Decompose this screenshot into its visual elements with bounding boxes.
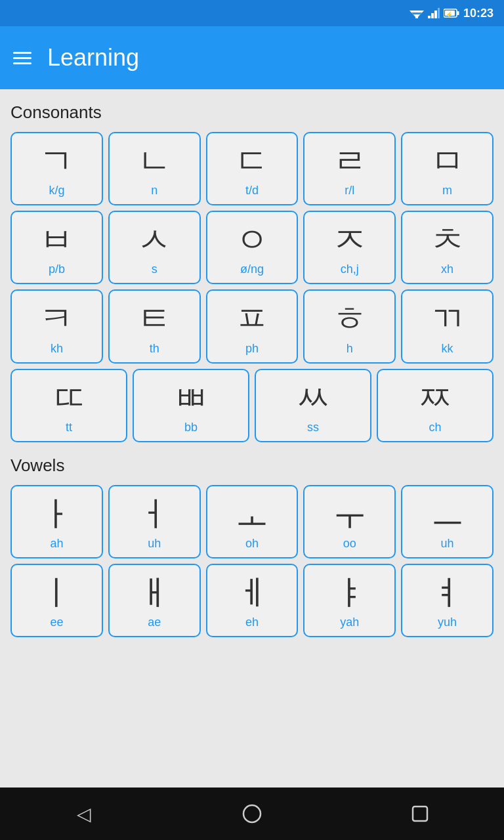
char-roman-tt: tt [66, 421, 72, 434]
char-symbol-ss: ㅆ [296, 379, 330, 417]
char-card-ph[interactable]: ㅍ ph [206, 289, 299, 363]
char-card-tt[interactable]: ㄸ tt [10, 369, 127, 442]
char-card-th[interactable]: ㅌ th [108, 289, 201, 363]
char-card-n[interactable]: ㄴ n [108, 132, 201, 205]
home-icon [242, 803, 262, 824]
char-card-ss[interactable]: ㅆ ss [255, 369, 371, 442]
char-symbol-yah: ㅑ [333, 574, 367, 612]
char-roman-bb: bb [184, 421, 198, 434]
nav-back-button[interactable]: ◁ [58, 794, 110, 833]
char-symbol-h: ㅎ [333, 300, 367, 337]
char-card-ch[interactable]: ㅉ ch [377, 369, 494, 442]
char-roman-chj: ch,j [341, 262, 359, 276]
char-card-ae[interactable]: ㅐ ae [108, 564, 201, 637]
char-roman-td: t/d [245, 184, 259, 198]
char-card-kk[interactable]: ㄲ kk [401, 289, 494, 363]
consonants-row4: ㄸ tt ㅃ bb ㅆ ss ㅉ ch [10, 369, 494, 442]
char-symbol-kh: ㅋ [39, 300, 74, 337]
char-symbol-ae: ㅐ [137, 574, 171, 612]
char-card-ah[interactable]: ㅏ ah [10, 485, 103, 558]
wifi-icon [410, 8, 424, 18]
status-time: 10:23 [463, 7, 494, 20]
char-roman-kh: kh [51, 342, 63, 356]
hamburger-icon[interactable] [13, 52, 32, 64]
char-card-uh2[interactable]: ㅡ uh [401, 485, 494, 558]
char-card-ee[interactable]: ㅣ ee [10, 564, 103, 637]
char-card-xh[interactable]: ㅊ xh [401, 211, 494, 284]
char-roman-yuh: yuh [438, 616, 457, 629]
char-symbol-eh: ㅔ [235, 574, 269, 612]
consonants-row1: ㄱ k/g ㄴ n ㄷ t/d ㄹ r/l ㅁ m [10, 132, 494, 205]
consonants-title: Consonants [10, 102, 494, 123]
char-card-s[interactable]: ㅅ s [108, 211, 201, 284]
char-symbol-th: ㅌ [137, 300, 171, 337]
char-roman-yah: yah [340, 616, 359, 629]
char-card-rl[interactable]: ㄹ r/l [303, 132, 396, 205]
svg-rect-5 [431, 13, 434, 18]
svg-rect-4 [428, 16, 430, 18]
app-bar: Learning [0, 26, 504, 89]
char-roman-ss: ss [307, 421, 319, 434]
char-roman-kg: k/g [49, 184, 64, 198]
char-roman-rl: r/l [345, 184, 354, 198]
char-card-m[interactable]: ㅁ m [401, 132, 494, 205]
char-card-oh[interactable]: ㅗ oh [206, 485, 299, 558]
char-symbol-s: ㅅ [137, 221, 171, 259]
char-symbol-td: ㄷ [235, 142, 269, 180]
char-symbol-chj: ㅈ [333, 221, 367, 259]
svg-point-12 [243, 805, 261, 822]
signal-icon [428, 8, 440, 18]
char-symbol-n: ㄴ [137, 142, 171, 180]
char-symbol-bb: ㅃ [174, 379, 208, 417]
char-card-yah[interactable]: ㅑ yah [303, 564, 396, 637]
consonants-row3: ㅋ kh ㅌ th ㅍ ph ㅎ h ㄲ kk [10, 289, 494, 363]
back-icon: ◁ [77, 803, 91, 825]
char-roman-h: h [346, 342, 353, 356]
char-roman-s: s [152, 262, 158, 276]
char-roman-uh2: uh [441, 537, 454, 551]
char-roman-ah: ah [50, 537, 63, 551]
char-roman-pb: p/b [49, 262, 65, 276]
char-roman-xh: xh [441, 262, 453, 276]
char-card-td[interactable]: ㄷ t/d [206, 132, 299, 205]
char-symbol-ee: ㅣ [39, 574, 74, 612]
vowels-row1: ㅏ ah ㅓ uh ㅗ oh ㅜ oo ㅡ uh [10, 485, 494, 558]
char-symbol-uh2: ㅡ [430, 495, 465, 533]
char-symbol-uh: ㅓ [137, 495, 171, 533]
nav-home-button[interactable] [226, 794, 278, 833]
char-card-uh[interactable]: ㅓ uh [108, 485, 201, 558]
char-symbol-ph: ㅍ [235, 300, 269, 337]
char-symbol-oh: ㅗ [235, 495, 269, 533]
char-card-chj[interactable]: ㅈ ch,j [303, 211, 396, 284]
char-symbol-pb: ㅂ [39, 221, 74, 259]
char-card-pb[interactable]: ㅂ p/b [10, 211, 103, 284]
char-card-yuh[interactable]: ㅕ yuh [401, 564, 494, 637]
char-card-oo[interactable]: ㅜ oo [303, 485, 396, 558]
char-roman-th: th [150, 342, 159, 356]
char-roman-ong: ø/ng [240, 262, 264, 276]
vowels-section: Vowels ㅏ ah ㅓ uh ㅗ oh ㅜ oo ㅡ uh [10, 455, 494, 637]
consonants-row2: ㅂ p/b ㅅ s ㅇ ø/ng ㅈ ch,j ㅊ xh [10, 211, 494, 284]
vowels-row2: ㅣ ee ㅐ ae ㅔ eh ㅑ yah ㅕ yuh [10, 564, 494, 637]
bottom-nav: ◁ [0, 788, 504, 840]
char-card-ong[interactable]: ㅇ ø/ng [206, 211, 299, 284]
char-card-kh[interactable]: ㅋ kh [10, 289, 103, 363]
consonants-section: Consonants ㄱ k/g ㄴ n ㄷ t/d ㄹ r/l ㅁ m [10, 102, 494, 442]
char-card-eh[interactable]: ㅔ eh [206, 564, 299, 637]
app-title: Learning [47, 44, 139, 72]
nav-recent-button[interactable] [394, 794, 446, 833]
char-roman-ch: ch [429, 421, 441, 434]
char-roman-oo: oo [343, 537, 356, 551]
char-roman-uh: uh [148, 537, 161, 551]
char-roman-m: m [442, 184, 452, 198]
char-symbol-kk: ㄲ [430, 300, 465, 337]
char-card-h[interactable]: ㅎ h [303, 289, 396, 363]
char-card-kg[interactable]: ㄱ k/g [10, 132, 103, 205]
char-roman-oh: oh [245, 537, 259, 551]
svg-rect-13 [413, 807, 427, 821]
char-roman-n: n [151, 184, 158, 198]
svg-rect-7 [438, 8, 440, 18]
char-card-bb[interactable]: ㅃ bb [133, 369, 249, 442]
char-roman-eh: eh [245, 616, 259, 629]
status-icons: ⚡ 10:23 [410, 7, 494, 20]
